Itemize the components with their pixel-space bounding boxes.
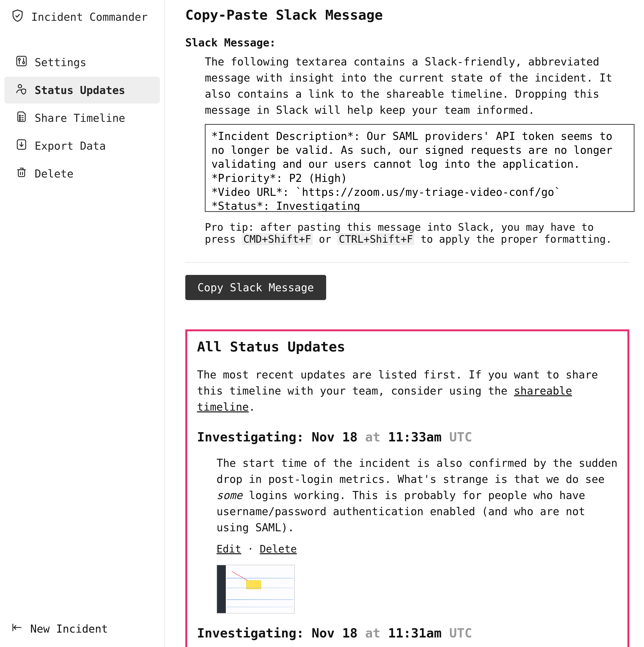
page-title: Copy-Paste Slack Message (185, 7, 629, 23)
trash-icon (15, 166, 28, 181)
update-tz: UTC (449, 626, 472, 640)
nav-label: Status Updates (35, 84, 125, 96)
back-arrow-icon (11, 621, 23, 636)
document-list-icon (15, 111, 28, 126)
update-body-prefix: The start time of the incident is also c… (217, 457, 618, 485)
person-shield-icon (15, 82, 28, 98)
slack-message-textarea[interactable] (205, 124, 635, 212)
svg-rect-14 (18, 170, 25, 176)
update-at: at (365, 430, 380, 444)
nav-label: Export Data (35, 140, 106, 152)
intro-suffix: . (249, 401, 255, 413)
nav-label: New Incident (30, 623, 108, 635)
kbd-shortcut-win: CTRL+Shift+F (337, 233, 414, 245)
update-time: 11:31am (388, 626, 442, 640)
action-separator: · (241, 543, 260, 555)
update-actions: Edit · Delete (217, 543, 618, 555)
nav-item-settings[interactable]: Settings (4, 49, 160, 76)
sliders-icon (15, 55, 28, 70)
main-content: Copy-Paste Slack Message Slack Message: … (165, 0, 644, 647)
update-at: at (365, 626, 380, 640)
update-date: Nov 18 (312, 626, 358, 640)
download-icon (15, 138, 28, 153)
kbd-shortcut-mac: CMD+Shift+F (242, 233, 313, 245)
svg-point-4 (23, 62, 25, 64)
nav-item-status-updates[interactable]: Status Updates (4, 77, 160, 103)
update-heading: Investigating: Nov 18 at 11:31am UTC (197, 626, 618, 640)
all-status-updates-section: All Status Updates The most recent updat… (185, 329, 629, 647)
delete-link[interactable]: Delete (260, 543, 297, 555)
nav-item-delete[interactable]: Delete (4, 160, 160, 187)
nav-label: Settings (35, 56, 86, 69)
update-heading: Investigating: Nov 18 at 11:33am UTC (197, 430, 618, 444)
update-tz: UTC (449, 430, 472, 444)
svg-point-5 (18, 84, 22, 88)
update-time: 11:33am (388, 430, 442, 444)
nav-item-share-timeline[interactable]: Share Timeline (4, 104, 160, 131)
pro-tip-mid: or (313, 233, 337, 245)
svg-point-8 (19, 117, 20, 118)
divider (185, 262, 629, 263)
section-intro: The most recent updates are listed first… (197, 367, 618, 415)
nav-group: Settings Status Updates S (0, 48, 164, 188)
slack-message-label: Slack Message: (185, 37, 629, 49)
update-stage: Investigating: (197, 626, 304, 640)
section-title: All Status Updates (197, 339, 618, 355)
copy-slack-message-button[interactable]: Copy Slack Message (185, 275, 326, 300)
shield-check-icon (11, 9, 24, 25)
nav-item-export-data[interactable]: Export Data (4, 132, 160, 159)
pro-tip-text: Pro tip: after pasting this message into… (205, 221, 625, 245)
svg-point-6 (19, 115, 20, 116)
update-body: The start time of the incident is also c… (217, 455, 618, 536)
svg-rect-0 (17, 56, 26, 66)
screenshot-thumbnail[interactable] (217, 565, 295, 614)
sidebar: Incident Commander Settings Status (0, 0, 165, 647)
update-body-em: some (217, 489, 242, 501)
update-date: Nov 18 (312, 430, 358, 444)
svg-point-2 (18, 59, 20, 61)
brand-title: Incident Commander (31, 11, 148, 23)
update-stage: Investigating: (197, 430, 304, 444)
nav-label: Share Timeline (35, 112, 125, 124)
nav-label: Delete (35, 167, 73, 180)
edit-link[interactable]: Edit (217, 543, 241, 555)
nav-item-new-incident[interactable]: New Incident (0, 615, 164, 647)
svg-point-10 (19, 120, 20, 120)
update-body-suffix: logins working. This is probably for peo… (217, 489, 585, 534)
pro-tip-suffix: to apply the proper formatting. (414, 233, 612, 245)
slack-help-text: The following textarea contains a Slack-… (205, 54, 625, 118)
brand: Incident Commander (0, 5, 164, 28)
